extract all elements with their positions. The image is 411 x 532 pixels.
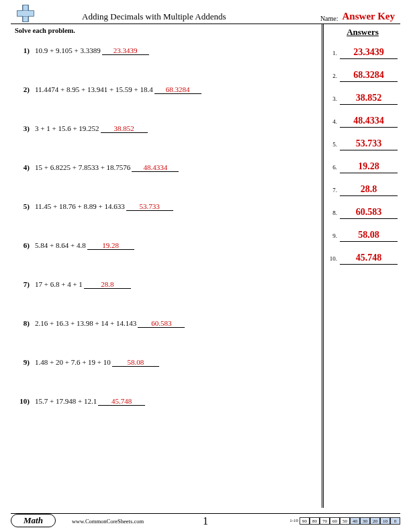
answer-row: 5. 53.733 bbox=[328, 138, 398, 150]
answer-number: 10. bbox=[328, 255, 337, 262]
score-cell: 50 bbox=[340, 517, 350, 525]
problem-expression: 11.45 + 18.76 + 8.89 + 14.633 bbox=[35, 202, 125, 210]
problem-expression: 15.7 + 17.948 + 12.1 bbox=[35, 397, 97, 405]
problem-row: 7) 17 + 6.8 + 4 + 1 28.8 bbox=[15, 280, 316, 289]
answer-row: 6. 19.28 bbox=[328, 161, 398, 173]
problem-expression: 3 + 1 + 15.6 + 19.252 bbox=[35, 124, 99, 132]
problem-number: 9) bbox=[15, 358, 30, 366]
answer-row: 3. 38.852 bbox=[328, 93, 398, 105]
answer-key-label: Answer Key bbox=[342, 11, 395, 22]
problem-number: 8) bbox=[15, 319, 30, 327]
problem-row: 9) 1.48 + 20 + 7.6 + 19 + 10 58.08 bbox=[15, 358, 316, 367]
problem-expression: 5.84 + 8.64 + 4.8 bbox=[35, 241, 86, 249]
instruction: Solve each problem. bbox=[15, 27, 316, 34]
problem-answer-blank: 53.733 bbox=[126, 202, 173, 211]
answer-row: 2. 68.3284 bbox=[328, 70, 398, 82]
answer-value: 23.3439 bbox=[340, 47, 398, 59]
problem-answer-blank: 58.08 bbox=[112, 358, 159, 367]
problem-number: 4) bbox=[15, 163, 30, 171]
answer-number: 2. bbox=[328, 73, 337, 79]
problem-answer-blank: 19.28 bbox=[87, 241, 134, 250]
score-range-label: 1-10 bbox=[289, 517, 300, 525]
answer-value: 19.28 bbox=[340, 161, 398, 173]
problem-expression: 1.48 + 20 + 7.6 + 19 + 10 bbox=[35, 358, 111, 366]
answer-value: 68.3284 bbox=[340, 70, 398, 82]
score-cell: 90 bbox=[300, 517, 310, 525]
answer-row: 7. 28.8 bbox=[328, 184, 398, 196]
answer-number: 5. bbox=[328, 141, 337, 148]
answer-value: 48.4334 bbox=[340, 116, 398, 128]
answer-number: 7. bbox=[328, 187, 337, 193]
problem-number: 10) bbox=[15, 397, 30, 405]
plus-logo-icon bbox=[16, 4, 35, 23]
score-cell: 80 bbox=[310, 517, 320, 525]
score-cell: 0 bbox=[390, 517, 400, 525]
answer-value: 28.8 bbox=[340, 184, 398, 196]
problem-answer-blank: 68.3284 bbox=[154, 85, 201, 94]
score-cell: 40 bbox=[350, 517, 360, 525]
problem-answer-blank: 48.4334 bbox=[132, 163, 179, 172]
problem-row: 8) 2.16 + 16.3 + 13.98 + 14 + 14.143 60.… bbox=[15, 319, 316, 328]
answer-number: 1. bbox=[328, 50, 337, 56]
problem-row: 3) 3 + 1 + 15.6 + 19.252 38.852 bbox=[15, 124, 316, 133]
worksheet-page: Adding Decimals with Multiple Addends Na… bbox=[0, 0, 411, 532]
score-cell: 10 bbox=[380, 517, 390, 525]
problem-row: 1) 10.9 + 9.105 + 3.3389 23.3439 bbox=[15, 46, 316, 55]
problem-expression: 10.9 + 9.105 + 3.3389 bbox=[35, 46, 101, 54]
answer-number: 6. bbox=[328, 164, 337, 171]
problem-number: 7) bbox=[15, 280, 30, 288]
divider bbox=[323, 24, 324, 508]
name-label: Name: bbox=[320, 15, 338, 22]
problem-expression: 11.4474 + 8.95 + 13.941 + 15.59 + 18.4 bbox=[35, 85, 153, 93]
problem-expression: 17 + 6.8 + 4 + 1 bbox=[35, 280, 83, 288]
problem-answer-blank: 38.852 bbox=[101, 124, 148, 133]
answer-row: 10. 45.748 bbox=[328, 253, 398, 265]
problem-answer-blank: 28.8 bbox=[84, 280, 131, 289]
score-cell: 60 bbox=[330, 517, 340, 525]
subject-badge: Math bbox=[11, 514, 56, 527]
answer-value: 58.08 bbox=[340, 230, 398, 242]
footer: Math www.CommonCoreSheets.com 1 1-10 90 … bbox=[11, 513, 400, 528]
answer-number: 4. bbox=[328, 118, 337, 125]
site-url: www.CommonCoreSheets.com bbox=[72, 518, 144, 525]
content: Solve each problem. 1) 10.9 + 9.105 + 3.… bbox=[11, 24, 400, 508]
answers-sidebar: Answers 1. 23.3439 2. 68.3284 3. 38.852 … bbox=[322, 24, 400, 508]
problem-answer-blank: 60.583 bbox=[138, 319, 185, 328]
score-cell: 20 bbox=[370, 517, 380, 525]
problem-number: 1) bbox=[15, 46, 30, 54]
header: Adding Decimals with Multiple Addends Na… bbox=[11, 0, 400, 24]
worksheet-title: Adding Decimals with Multiple Addends bbox=[39, 11, 320, 22]
answer-row: 1. 23.3439 bbox=[328, 47, 398, 59]
answer-row: 8. 60.583 bbox=[328, 207, 398, 219]
score-cell: 70 bbox=[320, 517, 330, 525]
problem-row: 6) 5.84 + 8.64 + 4.8 19.28 bbox=[15, 241, 316, 250]
answer-number: 8. bbox=[328, 210, 337, 216]
problem-number: 5) bbox=[15, 202, 30, 210]
problem-number: 2) bbox=[15, 85, 30, 93]
answer-row: 9. 58.08 bbox=[328, 230, 398, 242]
answers-heading: Answers bbox=[328, 27, 398, 38]
answer-number: 3. bbox=[328, 95, 337, 102]
answer-row: 4. 48.4334 bbox=[328, 116, 398, 128]
problem-number: 6) bbox=[15, 241, 30, 249]
problems-area: Solve each problem. 1) 10.9 + 9.105 + 3.… bbox=[11, 24, 322, 508]
problem-expression: 15 + 6.8225 + 7.8533 + 18.7576 bbox=[35, 163, 130, 171]
score-cell: 30 bbox=[360, 517, 370, 525]
problem-row: 2) 11.4474 + 8.95 + 13.941 + 15.59 + 18.… bbox=[15, 85, 316, 94]
problem-answer-blank: 23.3439 bbox=[102, 46, 149, 55]
problem-row: 10) 15.7 + 17.948 + 12.1 45.748 bbox=[15, 397, 316, 406]
problem-row: 5) 11.45 + 18.76 + 8.89 + 14.633 53.733 bbox=[15, 202, 316, 211]
answer-value: 60.583 bbox=[340, 207, 398, 219]
problem-row: 4) 15 + 6.8225 + 7.8533 + 18.7576 48.433… bbox=[15, 163, 316, 172]
problem-expression: 2.16 + 16.3 + 13.98 + 14 + 14.143 bbox=[35, 319, 136, 327]
answer-number: 9. bbox=[328, 232, 337, 239]
answer-value: 53.733 bbox=[340, 138, 398, 150]
answer-value: 38.852 bbox=[340, 93, 398, 105]
problem-answer-blank: 45.748 bbox=[98, 397, 145, 406]
page-number: 1 bbox=[203, 515, 208, 527]
score-grid: 1-10 90 80 70 60 50 40 30 20 10 0 bbox=[289, 517, 400, 525]
problem-number: 3) bbox=[15, 124, 30, 132]
answer-value: 45.748 bbox=[340, 253, 398, 265]
svg-rect-2 bbox=[23, 11, 28, 16]
